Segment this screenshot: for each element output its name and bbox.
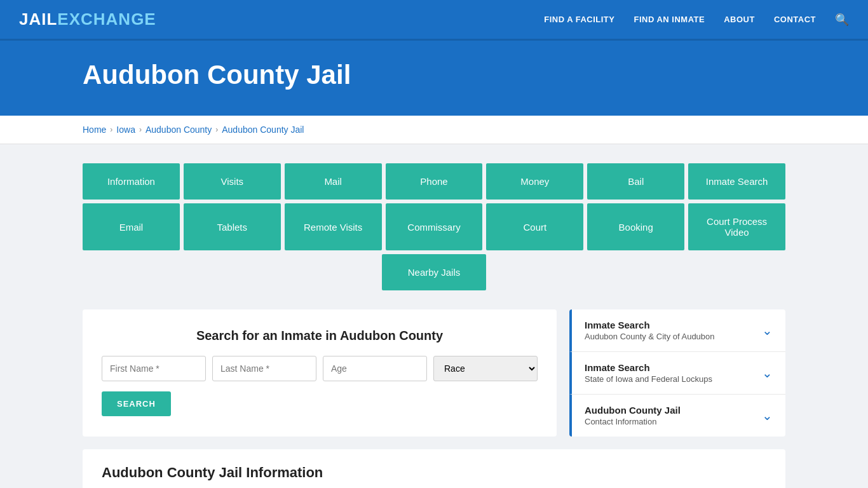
jail-info-section: Audubon County Jail Information xyxy=(83,449,785,488)
tablets-button[interactable]: Tablets xyxy=(184,203,281,250)
inmate-search-state-subtitle: State of Iowa and Federal Lockups xyxy=(585,374,712,384)
nav-find-facility[interactable]: FIND A FACILITY xyxy=(544,15,614,24)
breadcrumb-home[interactable]: Home xyxy=(83,125,106,135)
breadcrumb: Home › Iowa › Audubon County › Audubon C… xyxy=(83,125,785,135)
inmate-search-county-card[interactable]: Inmate Search Audubon County & City of A… xyxy=(569,309,785,352)
inmate-search-county-text: Inmate Search Audubon County & City of A… xyxy=(585,320,715,341)
contact-information-text: Audubon County Jail Contact Information xyxy=(585,405,681,426)
grid-row-1: InformationVisitsMailPhoneMoneyBailInmat… xyxy=(83,163,785,200)
search-button[interactable]: SEARCH xyxy=(102,391,171,416)
breadcrumb-section: Home › Iowa › Audubon County › Audubon C… xyxy=(0,116,868,144)
inmate-search-button[interactable]: Inmate Search xyxy=(688,163,785,200)
nearby-jails-button[interactable]: Nearby Jails xyxy=(382,254,486,290)
inmate-search-state-card[interactable]: Inmate Search State of Iowa and Federal … xyxy=(569,352,785,395)
chevron-down-icon: ⌄ xyxy=(762,323,773,338)
hero-section: Audubon County Jail xyxy=(0,41,868,116)
bail-button[interactable]: Bail xyxy=(587,163,684,200)
contact-information-card[interactable]: Audubon County Jail Contact Information … xyxy=(569,395,785,437)
commissary-button[interactable]: Commissary xyxy=(386,203,483,250)
inmate-search-state-text: Inmate Search State of Iowa and Federal … xyxy=(585,362,712,384)
booking-button[interactable]: Booking xyxy=(587,203,684,250)
last-name-input[interactable] xyxy=(212,356,316,381)
chevron-down-icon: ⌄ xyxy=(762,365,773,381)
sidebar: Inmate Search Audubon County & City of A… xyxy=(569,309,785,437)
content-area: Search for an Inmate in Audubon County R… xyxy=(83,309,785,437)
search-section: Search for an Inmate in Audubon County R… xyxy=(83,309,557,437)
first-name-input[interactable] xyxy=(102,356,206,381)
mail-button[interactable]: Mail xyxy=(285,163,382,200)
grid-row-2: EmailTabletsRemote VisitsCommissaryCourt… xyxy=(83,203,785,250)
header: JAIL EXCHANGE FIND A FACILITY FIND AN IN… xyxy=(0,0,868,41)
grid-row-3: Nearby Jails xyxy=(83,254,785,290)
search-title: Search for an Inmate in Audubon County xyxy=(102,329,538,343)
court-process-video-button[interactable]: Court Process Video xyxy=(688,203,785,250)
visits-button[interactable]: Visits xyxy=(184,163,281,200)
search-fields: Race xyxy=(102,356,538,381)
money-button[interactable]: Money xyxy=(486,163,583,200)
email-button[interactable]: Email xyxy=(83,203,180,250)
chevron-down-icon: ⌄ xyxy=(762,408,773,423)
breadcrumb-iowa[interactable]: Iowa xyxy=(116,125,135,135)
jail-info-title: Audubon County Jail Information xyxy=(102,464,766,481)
remote-visits-button[interactable]: Remote Visits xyxy=(285,203,382,250)
main-nav: FIND A FACILITY FIND AN INMATE ABOUT CON… xyxy=(544,13,849,27)
age-input[interactable] xyxy=(323,356,427,381)
breadcrumb-sep-1: › xyxy=(110,125,112,134)
phone-button[interactable]: Phone xyxy=(386,163,483,200)
page-title: Audubon County Jail xyxy=(83,60,785,90)
breadcrumb-audubon-county[interactable]: Audubon County xyxy=(146,125,212,135)
inmate-search-county-title: Inmate Search xyxy=(585,320,715,330)
inmate-search-county-subtitle: Audubon County & City of Audubon xyxy=(585,332,715,341)
contact-information-title: Audubon County Jail xyxy=(585,405,681,416)
main-content: InformationVisitsMailPhoneMoneyBailInmat… xyxy=(0,144,868,488)
nav-about[interactable]: ABOUT xyxy=(724,15,755,24)
court-button[interactable]: Court xyxy=(486,203,583,250)
race-select[interactable]: Race xyxy=(433,356,538,381)
information-button[interactable]: Information xyxy=(83,163,180,200)
breadcrumb-audubon-jail[interactable]: Audubon County Jail xyxy=(222,125,304,135)
contact-information-subtitle: Contact Information xyxy=(585,417,681,426)
breadcrumb-sep-3: › xyxy=(215,125,218,134)
search-icon[interactable]: 🔍 xyxy=(835,13,849,27)
inmate-search-state-title: Inmate Search xyxy=(585,362,712,373)
logo[interactable]: JAIL EXCHANGE xyxy=(19,10,156,29)
logo-jail: JAIL xyxy=(19,10,57,29)
breadcrumb-sep-2: › xyxy=(139,125,142,134)
logo-exchange: EXCHANGE xyxy=(57,10,156,29)
nav-contact[interactable]: CONTACT xyxy=(774,15,816,24)
nav-find-inmate[interactable]: FIND AN INMATE xyxy=(634,15,705,24)
